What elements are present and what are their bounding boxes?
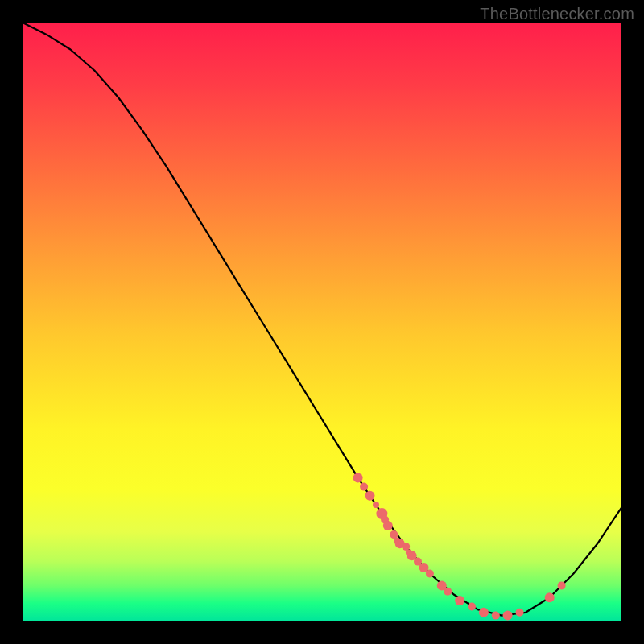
data-point <box>353 473 363 482</box>
data-point <box>558 581 566 589</box>
watermark-text: TheBottlenecker.com <box>480 5 634 23</box>
data-point <box>365 491 375 501</box>
data-point <box>360 483 368 491</box>
data-point <box>373 502 379 508</box>
bottleneck-curve <box>23 23 621 616</box>
data-point <box>479 608 489 617</box>
data-point <box>545 592 555 602</box>
data-point <box>492 612 500 620</box>
data-point <box>455 596 464 605</box>
data-point <box>383 521 393 530</box>
data-point <box>426 570 434 578</box>
chart-plot-area <box>23 23 621 621</box>
data-point <box>390 530 398 539</box>
data-point <box>503 611 513 621</box>
data-point <box>468 602 476 610</box>
scatter-points <box>353 473 566 620</box>
data-point <box>516 609 524 617</box>
data-point <box>444 588 452 596</box>
chart-svg <box>23 23 621 621</box>
